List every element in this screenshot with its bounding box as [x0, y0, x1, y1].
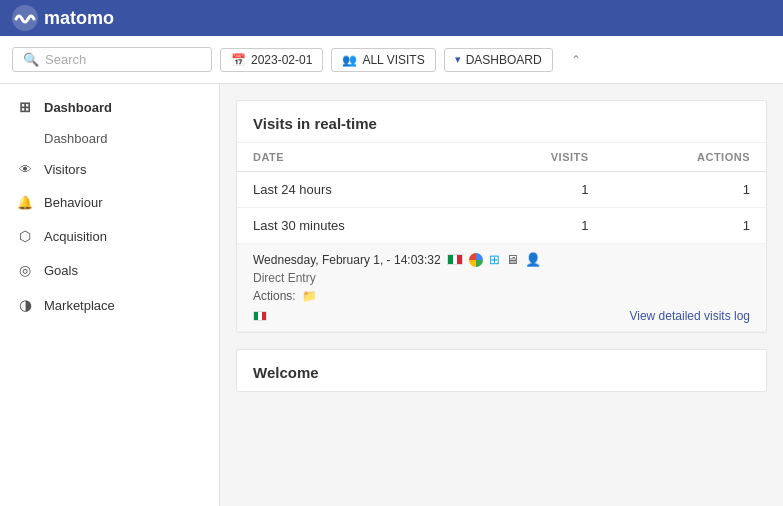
table-header-row: DATE VISITS ACTIONS	[237, 143, 766, 172]
sidebar-item-goals[interactable]: ◎ Goals	[0, 253, 219, 287]
search-icon: 🔍	[23, 52, 39, 67]
realtime-table: DATE VISITS ACTIONS Last 24 hours 1 1 La…	[237, 143, 766, 244]
row2-actions: 1	[605, 208, 766, 244]
users-icon: 👥	[342, 53, 357, 67]
search-box[interactable]: 🔍 Search	[12, 47, 212, 72]
chrome-icon	[469, 253, 483, 267]
search-placeholder: Search	[45, 52, 86, 67]
sidebar-item-visitors-label: Visitors	[44, 162, 86, 177]
dropdown-arrow-icon: ▾	[455, 53, 461, 66]
visit-detail-header: Wednesday, February 1, - 14:03:32 ⊞ 🖥 👤	[253, 252, 750, 267]
row1-actions: 1	[605, 172, 766, 208]
italy-flag-small-icon	[253, 311, 267, 321]
toolbar: 🔍 Search 📅 2023-02-01 👥 ALL VISITS ▾ DAS…	[0, 36, 783, 84]
acquisition-icon: ⬡	[16, 228, 34, 244]
main-layout: ⊞ Dashboard Dashboard 👁 Visitors 🔔 Behav…	[0, 84, 783, 506]
visit-actions-row: Actions: 📁	[253, 289, 750, 303]
sidebar-item-dashboard[interactable]: ⊞ Dashboard	[0, 90, 219, 124]
actions-label: Actions:	[253, 289, 296, 303]
sidebar-item-marketplace[interactable]: ◑ Marketplace	[0, 287, 219, 323]
app-header: matomo	[0, 0, 783, 36]
welcome-card: Welcome	[236, 349, 767, 392]
col-actions: ACTIONS	[605, 143, 766, 172]
sidebar-sub-item-dashboard[interactable]: Dashboard	[0, 124, 219, 153]
row1-date: Last 24 hours	[237, 172, 472, 208]
sidebar-item-dashboard-label: Dashboard	[44, 100, 112, 115]
logo-text: matomo	[44, 8, 114, 29]
visit-source: Direct Entry	[253, 271, 750, 285]
logo: matomo	[12, 5, 114, 31]
dashboard-label: DASHBOARD	[466, 53, 542, 67]
visit-datetime: Wednesday, February 1, - 14:03:32	[253, 253, 441, 267]
calendar-icon: 📅	[231, 53, 246, 67]
collapse-button[interactable]: ⌃	[561, 49, 591, 71]
row2-date: Last 30 minutes	[237, 208, 472, 244]
dashboard-icon: ⊞	[16, 99, 34, 115]
sidebar: ⊞ Dashboard Dashboard 👁 Visitors 🔔 Behav…	[0, 84, 220, 506]
visit-detail-section: Wednesday, February 1, - 14:03:32 ⊞ 🖥 👤 …	[237, 244, 766, 332]
sidebar-item-behaviour-label: Behaviour	[44, 195, 103, 210]
table-row: Last 30 minutes 1 1	[237, 208, 766, 244]
sidebar-nav: ⊞ Dashboard Dashboard 👁 Visitors 🔔 Behav…	[0, 84, 219, 329]
row2-visits: 1	[472, 208, 605, 244]
col-visits: VISITS	[472, 143, 605, 172]
sidebar-item-marketplace-label: Marketplace	[44, 298, 115, 313]
user-icon: 👤	[525, 252, 541, 267]
matomo-logo-icon	[12, 5, 38, 31]
date-label: 2023-02-01	[251, 53, 312, 67]
visitors-icon: 👁	[16, 162, 34, 177]
sidebar-item-visitors[interactable]: 👁 Visitors	[0, 153, 219, 186]
view-log-link[interactable]: View detailed visits log	[629, 309, 750, 323]
windows-icon: ⊞	[489, 252, 500, 267]
all-visits-label: ALL VISITS	[362, 53, 424, 67]
realtime-title: Visits in real-time	[237, 101, 766, 143]
welcome-title: Welcome	[237, 350, 766, 391]
folder-icon: 📁	[302, 289, 317, 303]
content-area: Visits in real-time DATE VISITS ACTIONS …	[220, 84, 783, 506]
all-visits-button[interactable]: 👥 ALL VISITS	[331, 48, 435, 72]
sidebar-item-goals-label: Goals	[44, 263, 78, 278]
date-picker-button[interactable]: 📅 2023-02-01	[220, 48, 323, 72]
goals-icon: ◎	[16, 262, 34, 278]
marketplace-icon: ◑	[16, 296, 34, 314]
sidebar-item-acquisition[interactable]: ⬡ Acquisition	[0, 219, 219, 253]
sidebar-sub-dashboard-label: Dashboard	[44, 131, 108, 146]
visit-footer: View detailed visits log	[253, 309, 750, 323]
chevron-up-icon: ⌃	[571, 53, 581, 67]
italy-flag-icon	[447, 254, 463, 265]
sidebar-item-behaviour[interactable]: 🔔 Behaviour	[0, 186, 219, 219]
dashboard-button[interactable]: ▾ DASHBOARD	[444, 48, 553, 72]
behaviour-icon: 🔔	[16, 195, 34, 210]
col-date: DATE	[237, 143, 472, 172]
table-row: Last 24 hours 1 1	[237, 172, 766, 208]
sidebar-item-acquisition-label: Acquisition	[44, 229, 107, 244]
realtime-card: Visits in real-time DATE VISITS ACTIONS …	[236, 100, 767, 333]
row1-visits: 1	[472, 172, 605, 208]
desktop-icon: 🖥	[506, 252, 519, 267]
